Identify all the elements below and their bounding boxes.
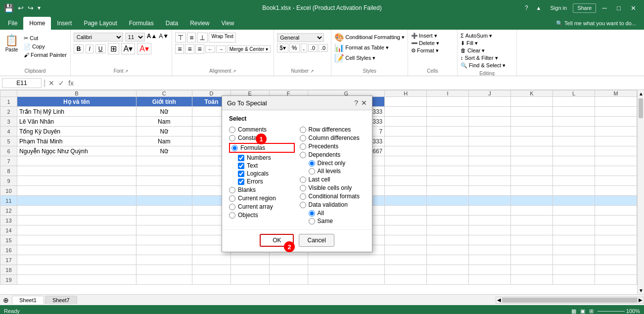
cell[interactable] xyxy=(469,156,511,166)
cell[interactable] xyxy=(469,127,511,136)
horizontal-scrollbar[interactable]: ◀ ▶ xyxy=(496,297,644,304)
row-number[interactable]: 9 xyxy=(0,176,17,186)
cell[interactable] xyxy=(552,196,595,206)
errors-check[interactable]: Errors xyxy=(238,178,295,185)
cell-styles-btn[interactable]: 📝 Cell Styles ▾ xyxy=(334,53,405,63)
cell[interactable] xyxy=(136,265,192,275)
vertical-scrollbar[interactable]: ▲ ▼ xyxy=(637,90,644,294)
cell[interactable] xyxy=(552,186,595,196)
tab-formulas[interactable]: Formulas xyxy=(123,17,160,30)
font-name-select[interactable]: Calibri xyxy=(74,33,123,42)
cell[interactable] xyxy=(595,245,637,255)
tab-view[interactable]: View xyxy=(216,17,240,30)
cell[interactable] xyxy=(469,265,511,275)
current-region-option[interactable]: Current region xyxy=(229,195,295,202)
copy-btn[interactable]: 📄 Copy xyxy=(22,43,68,50)
increase-font-btn[interactable]: A▲ xyxy=(147,33,157,42)
sort-filter-btn[interactable]: ↕ Sort & Filter ▾ xyxy=(460,55,513,61)
tab-home[interactable]: Home xyxy=(23,17,51,30)
cell[interactable] xyxy=(385,235,427,245)
comments-option[interactable]: Comments xyxy=(229,126,295,133)
conditional-formatting-btn[interactable]: 🎨 Conditional Formatting ▾ xyxy=(334,33,405,42)
cell[interactable] xyxy=(552,216,595,225)
dialog-close-icon[interactable]: ✕ xyxy=(361,99,367,107)
cell[interactable] xyxy=(427,107,469,117)
cell[interactable] xyxy=(192,265,230,275)
cell[interactable] xyxy=(469,216,511,225)
customize-icon[interactable]: ▾ xyxy=(38,4,41,11)
cell[interactable] xyxy=(427,97,469,107)
cell[interactable] xyxy=(385,107,427,117)
cell[interactable] xyxy=(511,235,553,245)
cell[interactable] xyxy=(469,107,511,117)
paste-btn[interactable]: 📋 Paste xyxy=(2,33,21,54)
cell[interactable] xyxy=(427,275,469,285)
cell[interactable] xyxy=(469,176,511,186)
cell[interactable]: Phạm Thái Minh xyxy=(17,136,136,146)
cell[interactable] xyxy=(469,196,511,206)
font-color-btn[interactable]: A▾ xyxy=(137,43,151,54)
cell[interactable] xyxy=(595,107,637,117)
col-header-b[interactable]: B xyxy=(17,90,136,97)
view-break-btn[interactable]: ⊞ xyxy=(589,308,594,314)
cell[interactable] xyxy=(385,176,427,186)
cell[interactable] xyxy=(427,206,469,216)
number-format-select[interactable]: General xyxy=(277,33,324,42)
cell[interactable]: Giới tính xyxy=(136,97,192,107)
minimize-btn[interactable]: ─ xyxy=(598,3,610,13)
comma-btn[interactable]: , xyxy=(301,44,307,52)
cell[interactable] xyxy=(17,245,136,255)
cell[interactable] xyxy=(136,245,192,255)
cell[interactable] xyxy=(230,275,269,285)
view-layout-btn[interactable]: ▣ xyxy=(580,308,585,314)
cell[interactable] xyxy=(595,127,637,136)
cell[interactable] xyxy=(595,146,637,156)
dv-all-option[interactable]: All xyxy=(309,210,366,217)
cell[interactable] xyxy=(552,146,595,156)
cell[interactable] xyxy=(595,225,637,235)
cell[interactable] xyxy=(17,206,136,216)
cell[interactable]: Nữ xyxy=(136,146,192,156)
cell[interactable] xyxy=(511,265,553,275)
fill-color-btn[interactable]: A▾ xyxy=(121,43,136,54)
tab-page-layout[interactable]: Page Layout xyxy=(78,17,123,30)
italic-btn[interactable]: I xyxy=(86,45,93,53)
sheet-tab-sheet1[interactable]: Sheet1 xyxy=(12,296,44,304)
row-number[interactable]: 18 xyxy=(0,265,17,275)
column-differences-option[interactable]: Column differences xyxy=(300,135,366,141)
cell[interactable] xyxy=(595,235,637,245)
close-btn[interactable]: ✕ xyxy=(627,3,640,13)
cell[interactable] xyxy=(385,166,427,176)
find-select-btn[interactable]: 🔍 Find & Select ▾ xyxy=(460,62,513,69)
cell[interactable] xyxy=(511,206,553,216)
align-right-btn[interactable]: ≡ xyxy=(195,44,204,54)
cell[interactable] xyxy=(308,265,385,275)
row-number[interactable]: 8 xyxy=(0,166,17,176)
cell[interactable] xyxy=(595,117,637,127)
cell[interactable] xyxy=(469,235,511,245)
decrease-decimal-btn[interactable]: .0 xyxy=(319,44,328,52)
merge-center-btn[interactable]: Merge & Center ▾ xyxy=(227,45,271,53)
cell[interactable] xyxy=(385,245,427,255)
current-array-option[interactable]: Current array xyxy=(229,203,295,210)
cell[interactable] xyxy=(427,156,469,166)
cell[interactable]: Nam xyxy=(136,117,192,127)
cell[interactable] xyxy=(595,216,637,225)
underline-btn[interactable]: U xyxy=(95,45,106,53)
row-number[interactable]: 2 xyxy=(0,107,17,117)
cell[interactable] xyxy=(469,275,511,285)
wrap-text-btn[interactable]: Wrap Text xyxy=(209,33,236,43)
scroll-left-btn[interactable]: ◀ xyxy=(497,297,501,303)
cell[interactable] xyxy=(427,245,469,255)
cell[interactable] xyxy=(385,186,427,196)
cell[interactable] xyxy=(136,176,192,186)
cell[interactable] xyxy=(230,255,269,265)
cell[interactable] xyxy=(136,156,192,166)
cell[interactable] xyxy=(427,186,469,196)
cell[interactable]: Nam xyxy=(136,136,192,146)
cell[interactable] xyxy=(552,206,595,216)
cell[interactable] xyxy=(595,156,637,166)
font-size-select[interactable]: 11 xyxy=(125,33,145,42)
cell[interactable] xyxy=(136,275,192,285)
cell[interactable] xyxy=(385,97,427,107)
